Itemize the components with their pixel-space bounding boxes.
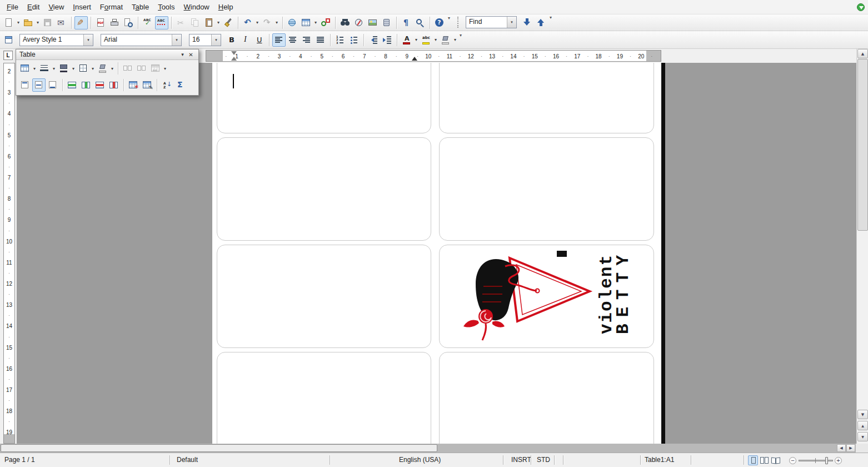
bold-button[interactable]	[225, 33, 238, 47]
paragraph-style-dropdown[interactable]	[83, 34, 93, 46]
increase-indent-button[interactable]	[381, 33, 394, 47]
horizontal-scrollbar[interactable]	[0, 444, 856, 453]
borders-dropdown[interactable]	[90, 62, 96, 75]
numbering-button[interactable]	[333, 33, 347, 47]
merge-cells-button[interactable]	[121, 62, 134, 75]
label-cell[interactable]	[217, 137, 431, 241]
scroll-left-button[interactable]	[837, 444, 846, 452]
tab-stop-selector[interactable]: L	[3, 51, 13, 60]
paragraph-style-combobox[interactable]: Avery Style 1	[19, 34, 93, 46]
vertical-ruler[interactable]: 2345678910111213141516171819············…	[3, 63, 15, 444]
border-color-dropdown[interactable]	[71, 62, 76, 75]
undo-button[interactable]	[241, 16, 255, 29]
autoformat-button[interactable]	[127, 78, 140, 92]
font-size-combobox[interactable]: 16	[189, 34, 221, 46]
new-document-button[interactable]	[2, 16, 16, 29]
paste-dropdown[interactable]	[216, 16, 221, 29]
insert-row-button[interactable]	[66, 78, 79, 92]
label-cell[interactable]	[439, 352, 654, 444]
background-color-dropdown[interactable]	[452, 33, 458, 47]
menu-edit[interactable]: Edit	[23, 1, 44, 13]
insert-mode-field[interactable]: INSRT	[511, 453, 531, 467]
italic-button[interactable]	[239, 33, 252, 47]
toolbar-overflow-button[interactable]	[548, 16, 555, 29]
redo-button[interactable]	[261, 16, 274, 29]
view-layout-columns-button[interactable]	[759, 455, 769, 465]
hyperlink-button[interactable]	[286, 16, 299, 29]
label-image[interactable]: violent BETTY	[452, 251, 633, 342]
line-style-button[interactable]	[38, 62, 51, 75]
save-button[interactable]	[41, 16, 54, 29]
data-sources-button[interactable]	[380, 16, 393, 29]
scroll-down-button[interactable]	[857, 410, 868, 419]
find-search-dropdown[interactable]	[507, 17, 516, 28]
auto-spellcheck-button[interactable]	[155, 16, 168, 29]
open-button[interactable]	[22, 16, 35, 29]
optimize-button[interactable]	[149, 62, 162, 75]
page-number-field[interactable]: Page 1 / 1	[4, 453, 35, 467]
menu-tools[interactable]: Tools	[153, 1, 179, 13]
font-size-dropdown[interactable]	[211, 34, 221, 46]
zoom-out-button[interactable]: −	[789, 457, 796, 464]
spellcheck-button[interactable]	[141, 16, 154, 29]
menu-format[interactable]: Format	[96, 1, 127, 13]
horizontal-scrollbar-thumb[interactable]	[1, 444, 437, 452]
update-notification-icon[interactable]	[857, 3, 865, 11]
styles-and-formatting-button[interactable]	[2, 33, 16, 47]
sort-button[interactable]	[160, 78, 173, 92]
previous-page-button[interactable]	[857, 421, 868, 430]
font-color-button[interactable]	[400, 33, 413, 47]
insert-column-button[interactable]	[79, 78, 93, 92]
align-right-button[interactable]	[300, 33, 313, 47]
sum-button[interactable]	[174, 78, 187, 92]
undo-dropdown[interactable]	[255, 16, 260, 29]
next-page-button[interactable]	[857, 432, 868, 441]
decrease-indent-button[interactable]	[367, 33, 380, 47]
draw-functions-button[interactable]	[319, 16, 332, 29]
menu-table[interactable]: Table	[127, 1, 153, 13]
navigator-button[interactable]	[352, 16, 366, 29]
delete-column-button[interactable]	[107, 78, 121, 92]
redo-dropdown[interactable]	[274, 16, 280, 29]
find-previous-button[interactable]	[535, 16, 548, 29]
language-field[interactable]: English (USA)	[399, 453, 441, 467]
table-dropdown[interactable]	[32, 62, 37, 75]
find-search-combobox[interactable]: Find	[466, 16, 517, 28]
align-bottom-button[interactable]	[46, 78, 59, 92]
open-dropdown[interactable]	[35, 16, 41, 29]
document-page[interactable]: violent BETTY	[212, 63, 661, 444]
menu-view[interactable]: View	[44, 1, 68, 13]
zoom-slider-thumb[interactable]	[825, 457, 828, 464]
align-left-button[interactable]	[272, 33, 286, 47]
view-layout-single-button[interactable]	[748, 455, 758, 465]
justified-button[interactable]	[314, 33, 327, 47]
table-toolbar-window[interactable]: Table	[16, 49, 199, 96]
highlighting-dropdown[interactable]	[433, 33, 438, 47]
align-center-button[interactable]	[286, 33, 300, 47]
table-background-dropdown[interactable]	[109, 62, 115, 75]
table-button[interactable]	[18, 62, 32, 75]
table-background-button[interactable]	[96, 62, 109, 75]
highlighting-button[interactable]	[420, 33, 433, 47]
align-top-button[interactable]	[18, 78, 32, 92]
label-cell[interactable]	[217, 352, 431, 444]
print-button[interactable]	[108, 16, 121, 29]
scroll-up-button[interactable]	[857, 49, 868, 58]
table-toolbar-menu-button[interactable]	[178, 51, 187, 59]
help-button[interactable]	[433, 16, 446, 29]
page-preview-button[interactable]	[122, 16, 135, 29]
bullets-button[interactable]	[347, 33, 361, 47]
new-document-dropdown[interactable]	[16, 16, 21, 29]
vertical-scrollbar-thumb[interactable]	[857, 59, 868, 231]
toolbar-grip[interactable]	[457, 17, 460, 28]
table-properties-button[interactable]	[141, 78, 154, 92]
find-and-replace-button[interactable]	[338, 16, 352, 29]
table-toolbar-titlebar[interactable]: Table	[16, 49, 198, 60]
label-cell[interactable]	[217, 63, 431, 133]
paste-button[interactable]	[202, 16, 216, 29]
horizontal-ruler[interactable]: 1234567891011121314151617181920·········…	[206, 50, 661, 62]
label-cell[interactable]	[217, 245, 431, 348]
font-name-combobox[interactable]: Arial	[101, 34, 182, 46]
delete-row-button[interactable]	[93, 78, 107, 92]
export-pdf-button[interactable]	[94, 16, 107, 29]
